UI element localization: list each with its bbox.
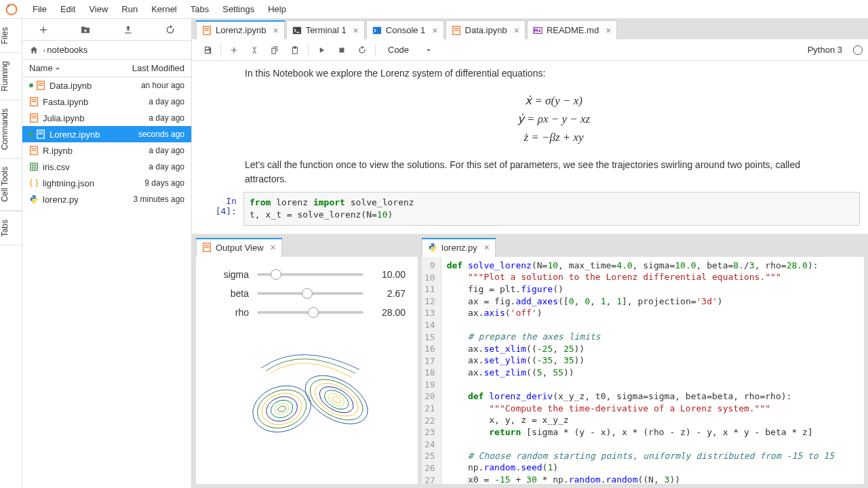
menu-bar: File Edit View Run Kernel Tabs Settings … <box>0 0 868 19</box>
slider-beta: beta 2.67 <box>208 288 406 299</box>
svg-rect-31 <box>340 47 344 52</box>
notebook-icon <box>202 243 212 252</box>
save-icon[interactable] <box>203 45 212 55</box>
tab-data-ipynb[interactable]: Data.ipynb× <box>446 20 526 39</box>
svg-rect-29 <box>454 30 458 30</box>
paste-icon[interactable] <box>290 45 300 55</box>
svg-point-48 <box>331 395 342 405</box>
tab-terminal-1[interactable]: Terminal 1× <box>286 20 365 39</box>
svg-point-43 <box>303 371 370 428</box>
cell-type-select[interactable]: Code <box>382 43 439 56</box>
new-folder-icon[interactable] <box>80 24 91 35</box>
sidebar-tab-tabs[interactable]: Tabs <box>0 211 22 245</box>
main-tabs: Lorenz.ipynb×Terminal 1×Console 1×Data.i… <box>192 19 868 39</box>
tab-lorenz-py[interactable]: lorenz.py × <box>422 238 496 257</box>
breadcrumb-folder[interactable]: notebooks <box>47 45 87 55</box>
svg-rect-4 <box>39 85 43 85</box>
menu-view[interactable]: View <box>82 0 115 18</box>
svg-rect-23 <box>205 28 210 28</box>
svg-point-41 <box>277 405 286 413</box>
menu-edit[interactable]: Edit <box>54 0 82 18</box>
slider-sigma-track[interactable] <box>257 273 363 276</box>
svg-point-45 <box>315 382 358 418</box>
menu-run[interactable]: Run <box>115 0 144 18</box>
tab-lorenz-ipynb[interactable]: Lorenz.ipynb× <box>196 20 285 39</box>
cut-icon[interactable] <box>250 45 259 55</box>
svg-rect-16 <box>32 150 37 150</box>
svg-rect-33 <box>205 245 210 246</box>
refresh-icon[interactable] <box>165 24 176 35</box>
file-row[interactable]: lorenz.py3 minutes ago <box>22 191 191 207</box>
svg-rect-7 <box>32 101 37 102</box>
file-row[interactable]: R.ipynba day ago <box>22 142 191 159</box>
slider-thumb[interactable] <box>302 288 313 299</box>
file-row[interactable]: Fasta.ipynba day ago <box>22 94 191 110</box>
tab-console-1[interactable]: Console 1× <box>366 20 444 39</box>
slider-rho-track[interactable] <box>257 311 363 314</box>
svg-rect-10 <box>32 117 37 118</box>
python-icon <box>428 243 437 252</box>
close-icon[interactable]: × <box>606 25 611 36</box>
run-icon[interactable] <box>317 45 326 55</box>
name-column-header[interactable]: Name <box>29 63 62 73</box>
file-row[interactable]: Data.ipynban hour ago <box>22 77 191 94</box>
menu-help[interactable]: Help <box>261 0 293 18</box>
svg-point-42 <box>297 365 376 434</box>
editor-panel: lorenz.py × 9101112131415161718192021222… <box>422 238 864 484</box>
svg-rect-26 <box>373 26 381 34</box>
svg-rect-6 <box>32 100 37 100</box>
stop-icon[interactable] <box>337 45 347 55</box>
notebook-body: In this Notebook we explore the Lorenz s… <box>192 61 868 234</box>
file-row[interactable]: Lorenz.ipynbseconds ago <box>22 126 191 142</box>
copy-icon[interactable] <box>270 45 279 55</box>
sort-asc-icon <box>53 64 62 73</box>
menu-kernel[interactable]: Kernel <box>144 0 184 18</box>
svg-point-36 <box>252 384 311 434</box>
restart-icon[interactable] <box>357 45 367 55</box>
slider-beta-track[interactable] <box>257 292 363 295</box>
close-icon[interactable]: × <box>514 25 519 36</box>
svg-rect-9 <box>32 116 37 117</box>
slider-thumb[interactable] <box>271 269 281 280</box>
code-editor[interactable]: 910111213141516171819202122232425262728 … <box>422 257 864 484</box>
kernel-status-icon[interactable] <box>853 45 863 55</box>
svg-rect-13 <box>39 134 43 134</box>
file-row[interactable]: lightning.json9 days ago <box>22 175 191 191</box>
file-row[interactable]: iris.csva day ago <box>22 159 191 175</box>
svg-rect-12 <box>39 132 43 133</box>
menu-tabs[interactable]: Tabs <box>184 0 216 18</box>
menu-file[interactable]: File <box>26 0 54 18</box>
cell-prompt: In [4]: <box>200 192 243 226</box>
close-icon[interactable]: × <box>432 25 437 36</box>
code-content[interactable]: def solve_lorenz(N=10, max_time=4.0, sig… <box>441 257 864 484</box>
close-icon[interactable]: × <box>353 25 359 36</box>
tab-output-view[interactable]: Output View × <box>196 238 282 257</box>
tab-readme-md[interactable]: README.md× <box>527 20 617 39</box>
notebook-toolbar: Code Python 3 <box>192 39 868 61</box>
new-launcher-icon[interactable] <box>38 24 49 35</box>
close-icon[interactable]: × <box>271 242 276 253</box>
code-cell[interactable]: In [4]: from lorenz import solve_lorenzt… <box>200 192 860 226</box>
menu-settings[interactable]: Settings <box>216 0 261 18</box>
file-list: Data.ipynban hour agoFasta.ipynba day ag… <box>22 77 191 488</box>
output-view-panel: Output View × sigma 10.00 beta 2.67 <box>196 238 418 484</box>
upload-icon[interactable] <box>123 24 134 35</box>
close-icon[interactable]: × <box>273 25 278 36</box>
sidebar-tab-files[interactable]: Files <box>0 19 22 53</box>
code-input[interactable]: from lorenz import solve_lorenzt, x_t = … <box>243 192 860 226</box>
slider-thumb[interactable] <box>308 307 319 318</box>
slider-rho: rho 28.00 <box>208 307 406 318</box>
close-icon[interactable]: × <box>484 242 490 253</box>
modified-column-header[interactable]: Last Modified <box>132 63 184 73</box>
svg-point-47 <box>326 391 347 409</box>
sidebar-tab-running[interactable]: Running <box>0 53 22 100</box>
sidebar-tab-commands[interactable]: Commands <box>0 100 22 159</box>
breadcrumb[interactable]: › notebooks <box>22 41 191 60</box>
file-row[interactable]: Julia.ipynba day ago <box>22 110 191 126</box>
kernel-name[interactable]: Python 3 <box>808 45 842 55</box>
add-cell-icon[interactable] <box>229 45 239 55</box>
markdown-cell[interactable]: In this Notebook we explore the Lorenz s… <box>197 66 863 186</box>
left-sidebar: Files Running Commands Cell Tools Tabs <box>0 19 22 488</box>
home-icon[interactable] <box>29 45 39 55</box>
sidebar-tab-celltools[interactable]: Cell Tools <box>0 159 22 211</box>
